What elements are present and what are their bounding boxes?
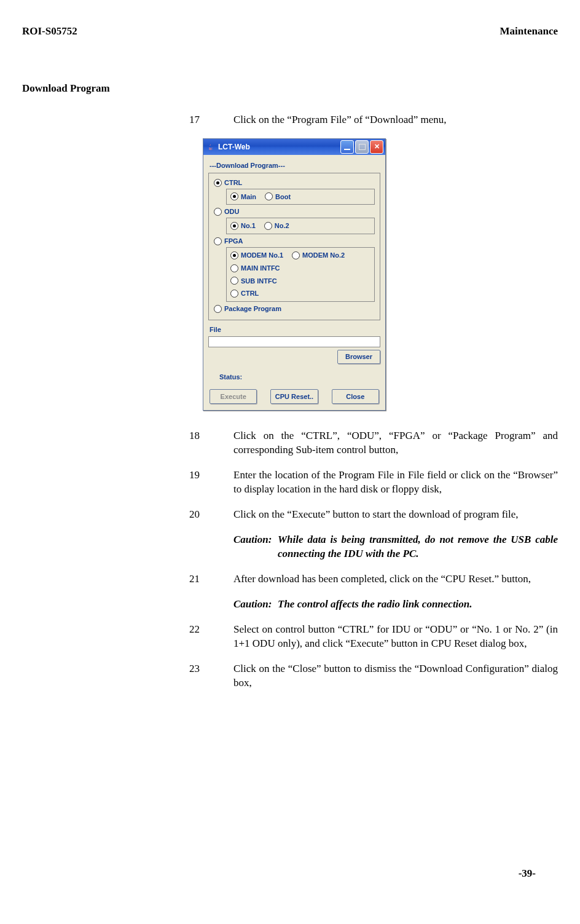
step-text: Click on the “CTRL”, “ODU”, “FPGA” or “P… (233, 429, 558, 457)
close-button[interactable]: ✕ (370, 140, 383, 154)
label-no1: No.1 (241, 221, 256, 231)
label-no2: No.2 (275, 221, 289, 231)
label-modem1: MODEM No.1 (241, 251, 283, 260)
file-label: File (210, 325, 380, 334)
label-main-intfc: MAIN INTFC (241, 264, 280, 273)
label-sub-intfc: SUB INTFC (241, 277, 277, 286)
radio-ctrl[interactable] (214, 179, 222, 187)
step-number: 17 (189, 113, 233, 127)
java-icon (206, 143, 215, 151)
label-fpga: FPGA (224, 237, 243, 246)
download-program-panel: CTRL Main Boot ODU No.1 No.2 (208, 173, 380, 320)
radio-no1[interactable] (230, 222, 238, 230)
radio-sub-intfc[interactable] (230, 277, 238, 285)
radio-package[interactable] (214, 305, 222, 313)
label-fpga-ctrl: CTRL (241, 289, 259, 298)
label-modem2: MODEM No.2 (302, 251, 345, 260)
label-main: Main (241, 192, 256, 202)
group-title: ---Download Program--- (210, 161, 380, 170)
page-number: -39- (519, 867, 536, 881)
radio-modem1[interactable] (230, 251, 238, 259)
step-text: Enter the location of the Program File i… (233, 468, 558, 497)
titlebar[interactable]: LCT-Web ✕ (203, 139, 385, 155)
step-text: Click on the “Close” button to dismiss t… (233, 662, 558, 690)
caution-label: Caution: (233, 533, 278, 561)
doc-section: Maintenance (500, 25, 558, 39)
step-number: 23 (189, 662, 233, 690)
caution-block: Caution: The control affects the radio l… (233, 598, 558, 612)
maximize-button (355, 140, 369, 154)
radio-main-intfc[interactable] (230, 264, 238, 272)
status-label: Status: (219, 373, 380, 382)
radio-odu[interactable] (214, 208, 222, 216)
minimize-button[interactable] (340, 140, 354, 154)
fpga-subbox: MODEM No.1 MODEM No.2 MAIN INTFC SUB INT… (226, 247, 375, 302)
radio-main[interactable] (230, 192, 238, 200)
radio-fpga-ctrl[interactable] (230, 290, 238, 298)
step-text: Click on the “Execute” button to start t… (233, 508, 558, 522)
execute-button[interactable]: Execute (210, 389, 257, 405)
step-text: Click on the “Program File” of “Download… (233, 113, 558, 127)
caution-body: While data is being transmitted, do not … (278, 533, 558, 561)
step-number: 21 (189, 572, 233, 586)
caution-label: Caution: (233, 598, 278, 612)
cpu-reset-button[interactable]: CPU Reset.. (270, 389, 318, 405)
step-text: Select on control button “CTRL” for IDU … (233, 623, 558, 651)
radio-no2[interactable] (264, 222, 272, 230)
radio-fpga[interactable] (214, 237, 222, 245)
label-boot: Boot (275, 192, 291, 202)
doc-id: ROI-S05752 (22, 25, 77, 39)
file-input[interactable] (208, 336, 380, 347)
ctrl-subbox: Main Boot (226, 189, 375, 205)
step-number: 22 (189, 623, 233, 651)
dialog-close-button[interactable]: Close (332, 389, 379, 405)
label-package: Package Program (224, 304, 281, 314)
label-odu: ODU (224, 207, 239, 216)
label-ctrl: CTRL (224, 178, 242, 188)
radio-modem2[interactable] (292, 251, 300, 259)
section-title: Download Program (22, 82, 558, 96)
odu-subbox: No.1 No.2 (226, 218, 375, 234)
window-title: LCT-Web (218, 142, 250, 152)
lct-web-dialog: LCT-Web ✕ ---Download Program--- CTRL M (203, 138, 558, 411)
browser-button[interactable]: Browser (337, 350, 380, 364)
radio-boot[interactable] (265, 192, 273, 200)
step-number: 18 (189, 429, 233, 457)
caution-block: Caution: While data is being transmitted… (233, 533, 558, 561)
step-text: After download has been completed, click… (233, 572, 558, 586)
caution-body: The control affects the radio link conne… (278, 598, 558, 612)
step-number: 19 (189, 468, 233, 497)
step-number: 20 (189, 508, 233, 522)
